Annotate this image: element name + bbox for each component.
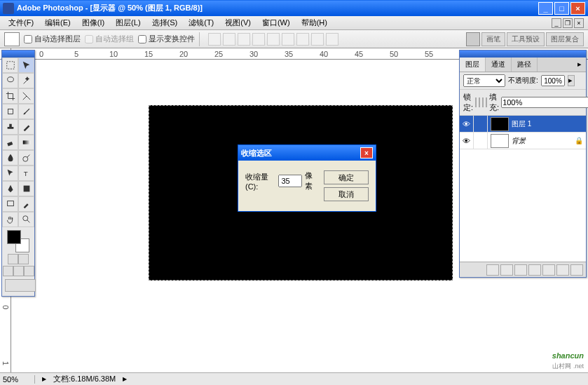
- menu-edit[interactable]: 编辑(E): [39, 16, 76, 29]
- eyedropper-tool[interactable]: [18, 196, 34, 212]
- menu-image[interactable]: 图像(I): [76, 16, 110, 29]
- layer-link-button[interactable]: [486, 264, 499, 276]
- close-button[interactable]: ×: [570, 2, 585, 15]
- lock-all-icon[interactable]: [486, 97, 487, 107]
- menu-layer[interactable]: 图层(L): [110, 16, 146, 29]
- minimize-button[interactable]: _: [538, 2, 553, 15]
- gradient-tool[interactable]: [18, 135, 34, 150]
- distribute-vcenter-icon[interactable]: [311, 33, 324, 46]
- align-bottom-icon[interactable]: [238, 33, 250, 46]
- history-brush-tool[interactable]: [18, 119, 34, 135]
- ok-button[interactable]: 确定: [324, 170, 369, 184]
- new-layer-button[interactable]: [556, 264, 569, 276]
- opacity-arrow[interactable]: ▸: [568, 75, 575, 86]
- blend-mode-select[interactable]: 正常: [463, 74, 505, 87]
- screen-full-menubar-button[interactable]: [13, 266, 24, 276]
- lock-position-icon[interactable]: [482, 97, 484, 107]
- panel-menu-button[interactable]: ▸: [573, 58, 586, 72]
- menu-select[interactable]: 选择(S): [146, 16, 184, 29]
- delete-layer-button[interactable]: [570, 264, 583, 276]
- panel-drag-handle[interactable]: [460, 50, 586, 58]
- screen-standard-button[interactable]: [3, 266, 13, 276]
- toolbox-drag-handle[interactable]: [2, 50, 34, 58]
- cancel-button[interactable]: 取消: [324, 187, 369, 201]
- current-tool-icon[interactable]: [4, 32, 20, 46]
- lasso-tool[interactable]: [2, 73, 18, 88]
- doc-minimize-button[interactable]: _: [552, 18, 561, 28]
- menu-view[interactable]: 视图(V): [219, 16, 257, 29]
- marquee-tool[interactable]: [2, 58, 18, 73]
- align-right-icon[interactable]: [282, 33, 294, 46]
- hand-tool[interactable]: [2, 212, 18, 227]
- doc-close-button[interactable]: ×: [574, 18, 584, 28]
- layer-style-button[interactable]: [500, 264, 513, 276]
- color-swatches[interactable]: [7, 230, 29, 252]
- layer-thumbnail[interactable]: [491, 117, 509, 131]
- show-transform-checkbox[interactable]: 显示变换控件: [138, 34, 195, 44]
- foreground-color-swatch[interactable]: [7, 230, 21, 244]
- link-cell[interactable]: [474, 133, 488, 149]
- zoom-tool[interactable]: [18, 212, 34, 227]
- auto-select-layer-checkbox[interactable]: 自动选择图层: [24, 34, 81, 44]
- wand-tool[interactable]: [18, 73, 34, 88]
- menu-filter[interactable]: 滤镜(T): [183, 16, 219, 29]
- layer-name[interactable]: 背景: [512, 136, 575, 146]
- shape-tool[interactable]: [18, 181, 34, 196]
- layer-row[interactable]: 👁 背景 🔒: [460, 133, 586, 149]
- menu-help[interactable]: 帮助(H): [296, 16, 333, 29]
- palette-tab-toolpreset[interactable]: 工具预设: [507, 32, 545, 46]
- menu-file[interactable]: 文件(F): [3, 16, 39, 29]
- new-set-button[interactable]: [528, 264, 541, 276]
- dodge-tool[interactable]: [18, 150, 34, 166]
- align-vcenter-icon[interactable]: [223, 33, 235, 46]
- slice-tool[interactable]: [18, 88, 34, 104]
- contract-amount-input[interactable]: [278, 175, 302, 187]
- brush-tool[interactable]: [18, 104, 34, 119]
- type-tool[interactable]: T: [18, 166, 34, 181]
- palette-tab-layercomp[interactable]: 图层复合: [546, 32, 584, 46]
- eraser-tool[interactable]: [2, 135, 18, 150]
- quickmask-mode-button[interactable]: [18, 254, 29, 264]
- align-hcenter-icon[interactable]: [267, 33, 280, 46]
- blur-tool[interactable]: [2, 150, 18, 166]
- align-top-icon[interactable]: [208, 33, 221, 46]
- heal-tool[interactable]: [2, 104, 18, 119]
- distribute-top-icon[interactable]: [296, 33, 309, 46]
- opacity-input[interactable]: [541, 75, 565, 86]
- stamp-tool[interactable]: [2, 119, 18, 135]
- tab-layers[interactable]: 图层: [460, 58, 486, 72]
- adjustment-layer-button[interactable]: [542, 264, 555, 276]
- info-arrow-icon[interactable]: ▶: [123, 376, 127, 382]
- screen-full-button[interactable]: [24, 266, 34, 276]
- layer-row[interactable]: 👁 图层 1: [460, 116, 586, 133]
- lock-transparent-icon[interactable]: [475, 97, 477, 107]
- dialog-close-button[interactable]: ×: [360, 147, 373, 158]
- visibility-icon[interactable]: 👁: [460, 116, 474, 132]
- tab-paths[interactable]: 路径: [512, 58, 538, 72]
- zoom-arrow-icon[interactable]: ▶: [42, 376, 46, 382]
- pen-tool[interactable]: [2, 181, 18, 196]
- align-left-icon[interactable]: [252, 33, 265, 46]
- tab-channels[interactable]: 通道: [486, 58, 512, 72]
- maximize-button[interactable]: □: [554, 2, 569, 15]
- distribute-bottom-icon[interactable]: [326, 33, 339, 46]
- layer-name[interactable]: 图层 1: [512, 119, 586, 129]
- lock-image-icon[interactable]: [479, 97, 480, 107]
- palette-tab-brush[interactable]: 画笔: [481, 32, 505, 46]
- crop-tool[interactable]: [2, 88, 18, 104]
- jump-to-imageready-button[interactable]: [5, 279, 36, 292]
- layer-thumbnail[interactable]: [491, 134, 509, 148]
- standard-mode-button[interactable]: [8, 254, 18, 264]
- path-select-tool[interactable]: [2, 166, 18, 181]
- fill-input[interactable]: [501, 97, 588, 108]
- visibility-icon[interactable]: 👁: [460, 133, 474, 149]
- doc-info[interactable]: 文档:6.18M/6.38M: [53, 374, 116, 384]
- doc-restore-button[interactable]: ❐: [563, 18, 573, 28]
- notes-tool[interactable]: [2, 196, 18, 212]
- link-cell[interactable]: [474, 116, 488, 132]
- menu-window[interactable]: 窗口(W): [257, 16, 296, 29]
- dialog-titlebar[interactable]: 收缩选区 ×: [238, 145, 376, 161]
- palette-well-icon[interactable]: [466, 32, 480, 46]
- move-tool[interactable]: [18, 58, 34, 73]
- zoom-level[interactable]: 50%: [3, 375, 35, 384]
